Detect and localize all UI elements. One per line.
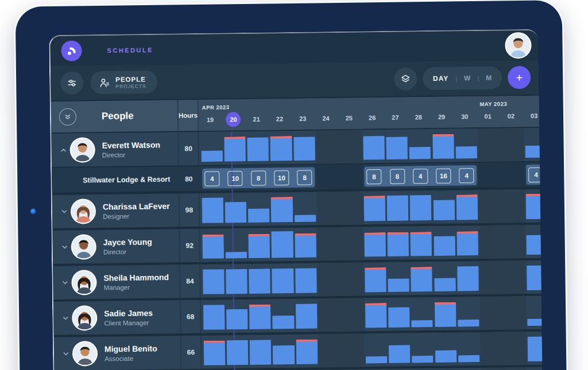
people-projects-toggle[interactable]: PEOPLE PROJECTS [90,71,158,94]
task-hours-box[interactable]: 16 [436,168,451,183]
allocation-bar[interactable] [457,266,479,291]
person-cell[interactable]: Sadie James Client Manager [53,300,181,335]
allocation-bar-overtime[interactable] [224,137,246,161]
allocation-bar[interactable] [527,319,543,326]
chevron-down-icon[interactable] [60,208,68,216]
allocation-bar[interactable] [226,252,247,258]
task-block[interactable]: 884164 [364,165,477,186]
allocation-bar[interactable] [388,307,410,327]
day-label[interactable]: 23 [291,112,314,124]
allocation-bar[interactable] [272,231,293,258]
user-avatar[interactable] [506,33,531,58]
allocation-track[interactable] [200,128,540,165]
person-cell[interactable]: Jayce Young Director [52,229,180,264]
allocation-bar[interactable] [293,137,315,160]
allocation-track[interactable] [202,260,541,298]
allocation-bar[interactable] [363,136,385,159]
allocation-bar-overtime[interactable] [271,197,293,222]
allocation-bar[interactable] [201,150,223,161]
task-hours-box[interactable]: 4 [459,168,474,183]
allocation-bar[interactable] [526,235,543,255]
allocation-bar-overtime[interactable] [456,194,478,220]
chevron-up-icon[interactable] [60,146,68,154]
allocation-bar[interactable] [296,303,318,328]
layers-button[interactable] [394,67,417,90]
allocation-bar-overtime[interactable] [365,303,387,328]
allocation-bar[interactable] [226,309,248,329]
task-hours-box[interactable]: 10 [228,171,243,186]
person-cell[interactable]: Everett Watson Director [51,132,179,167]
allocation-track[interactable] [201,225,541,262]
allocation-bar[interactable] [247,137,269,161]
allocation-bar[interactable] [433,200,455,220]
allocation-bar-overtime[interactable] [411,267,432,291]
task-hours-box[interactable]: 8 [251,170,266,185]
day-label[interactable]: 21 [245,112,268,125]
task-hours-box[interactable]: 4 [528,167,543,182]
allocation-track[interactable] [203,332,543,369]
allocation-bar-overtime[interactable] [387,232,409,256]
allocation-bar[interactable] [458,320,479,326]
task-block[interactable]: 4108108 [202,167,315,188]
task-hours-box[interactable]: 8 [390,169,405,184]
allocation-track[interactable] [201,189,541,227]
day-label[interactable]: 02 [500,110,523,122]
allocation-bar-overtime[interactable] [365,267,386,292]
allocation-bar[interactable] [227,340,249,365]
chevron-down-icon[interactable] [62,350,70,358]
chevron-down-icon[interactable] [61,243,69,251]
allocation-bar-overtime[interactable] [411,232,432,256]
allocation-bar-overtime[interactable] [525,194,543,219]
allocation-bar[interactable] [225,202,247,223]
allocation-bar[interactable] [435,350,457,362]
task-hours-box[interactable]: 8 [297,170,312,185]
allocation-bar[interactable] [272,268,294,293]
app-logo-icon[interactable] [61,40,82,61]
allocation-bar[interactable] [455,146,477,158]
allocation-bar[interactable] [434,278,456,291]
day-label[interactable]: 01 [476,110,499,123]
allocation-bar-overtime[interactable] [295,233,316,257]
allocation-bar-overtime[interactable] [457,231,478,255]
day-label[interactable]: 28 [407,111,430,123]
allocation-bar[interactable] [410,195,432,220]
allocation-bar[interactable] [273,345,295,364]
allocation-bar[interactable] [295,268,317,293]
day-label[interactable]: 25 [338,112,361,124]
allocation-bar[interactable] [525,146,543,158]
allocation-bar-overtime[interactable] [364,232,386,256]
allocation-bar[interactable] [249,268,270,293]
allocation-bar-overtime[interactable] [270,136,292,161]
allocation-bar[interactable] [366,356,387,363]
allocation-bar[interactable] [203,305,225,329]
task-hours-box[interactable]: 10 [274,170,289,185]
allocation-bar[interactable] [273,316,295,329]
chevron-down-icon[interactable] [61,314,69,322]
allocation-bar-overtime[interactable] [249,233,270,258]
project-track[interactable]: 41081088841644 [200,162,540,191]
day-label[interactable]: 19 [199,113,222,126]
day-label[interactable]: 03 [523,110,543,122]
allocation-bar-overtime[interactable] [249,304,271,329]
allocation-bar[interactable] [386,137,408,159]
timescale-day[interactable]: DAY [433,75,448,83]
today-date-badge[interactable]: 20 [226,112,241,127]
person-cell[interactable]: Miguel Benito Associate [54,336,182,370]
allocation-bar-overtime[interactable] [434,302,456,327]
day-label[interactable]: 22 [268,112,291,125]
day-label[interactable]: 29 [430,111,453,123]
allocation-bar[interactable] [434,236,455,256]
allocation-bar[interactable] [389,345,411,363]
task-hours-box[interactable]: 8 [366,169,381,184]
allocation-bar-overtime[interactable] [202,234,224,258]
allocation-bar-overtime[interactable] [296,339,318,364]
filter-button[interactable] [60,71,83,94]
allocation-bar[interactable] [388,278,409,291]
allocation-bar[interactable] [295,215,316,221]
timescale-month[interactable]: M [486,74,492,82]
allocation-track[interactable] [202,296,542,333]
allocation-bar-overtime[interactable] [203,340,225,365]
expand-all-button[interactable] [59,108,76,126]
allocation-bar[interactable] [527,337,543,361]
person-cell[interactable]: Sheila Hammond Manager [53,264,181,299]
